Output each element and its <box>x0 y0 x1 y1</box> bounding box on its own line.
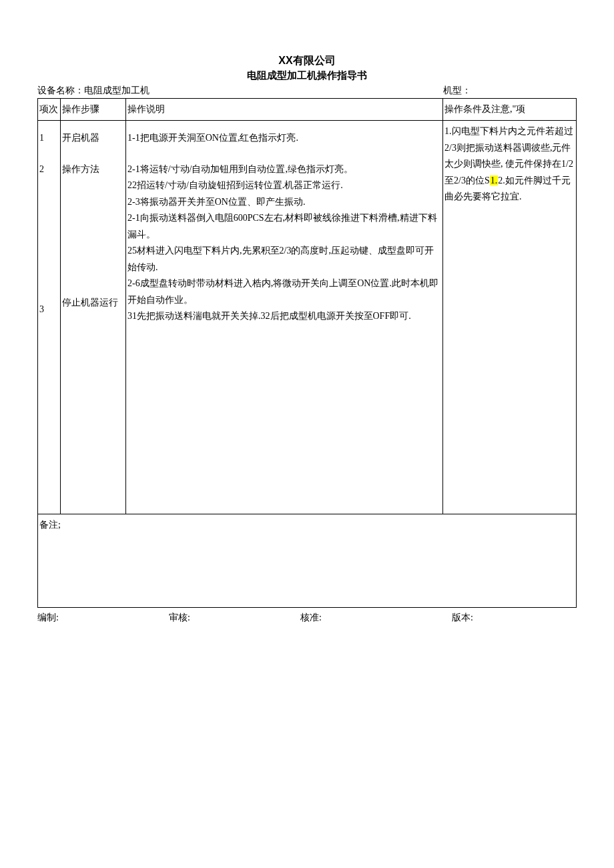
remarks-label: 备注; <box>39 520 61 530</box>
index-column: 1 2 3 <box>38 121 61 514</box>
row-index: 1 <box>39 130 59 147</box>
doc-footer: 编制: 审核: 核准: 版本: <box>37 612 577 624</box>
row-step: 开启机器 <box>62 130 124 147</box>
doc-title: XX有限公司 <box>37 53 577 68</box>
model-label: 机型： <box>443 85 577 97</box>
col-header-index: 项次 <box>38 99 61 121</box>
operation-table: 项次 操作步骤 操作说明 操作条件及注意,"项 1 2 3 开启机器 操作方法 … <box>37 98 577 608</box>
doc-header-line: 设备名称：电阻成型加工机 机型： <box>37 85 577 97</box>
desc-column: 1-1把电源开关洞至ON位置,红色指示灯亮. 2-1将运转/寸动/自动加钮用到自… <box>126 121 443 514</box>
footer-reviewed-by: 审核: <box>169 612 294 624</box>
footer-version: 版本: <box>425 612 577 624</box>
doc-subtitle: 电阻成型加工机操作指导书 <box>37 68 577 82</box>
equipment-name: 设备名称：电阻成型加工机 <box>37 85 149 97</box>
table-header-row: 项次 操作步骤 操作说明 操作条件及注意,"项 <box>38 99 577 121</box>
remarks-row: 备注; <box>38 514 577 608</box>
remarks-cell: 备注; <box>38 514 577 608</box>
footer-approved-by: 核准: <box>300 612 425 624</box>
col-header-desc: 操作说明 <box>126 99 443 121</box>
col-header-step: 操作步骤 <box>61 99 126 121</box>
row-step: 停止机器运行 <box>62 295 124 312</box>
row-desc: 31先把振动送料湍电就开关关掉.32后把成型机电源开关按至OFF即可. <box>127 308 441 325</box>
row-desc: 2-1将运转/寸动/自动加钮用到自动位置,绿色指示灯亮。 22招运转/寸动/自动… <box>127 161 441 309</box>
row-index: 2 <box>39 161 59 178</box>
step-column: 开启机器 操作方法 停止机器运行 <box>61 121 126 514</box>
footer-made-by: 编制: <box>37 612 162 624</box>
row-desc: 1-1把电源开关洞至ON位置,红色指示灯亮. <box>127 130 441 147</box>
col-header-cond: 操作条件及注意,"项 <box>443 99 577 121</box>
row-step: 操作方法 <box>62 161 124 178</box>
table-body: 1 2 3 开启机器 操作方法 停止机器运行 1-1把电源开关洞至ON位置,红色… <box>38 121 577 514</box>
condition-highlight: 1. <box>490 175 499 185</box>
row-index: 3 <box>39 302 59 318</box>
cond-column: 1.闪电型下料片内之元件若超过2/3则把振动送料器调彼些,元件太少则调快些, 使… <box>443 121 577 514</box>
